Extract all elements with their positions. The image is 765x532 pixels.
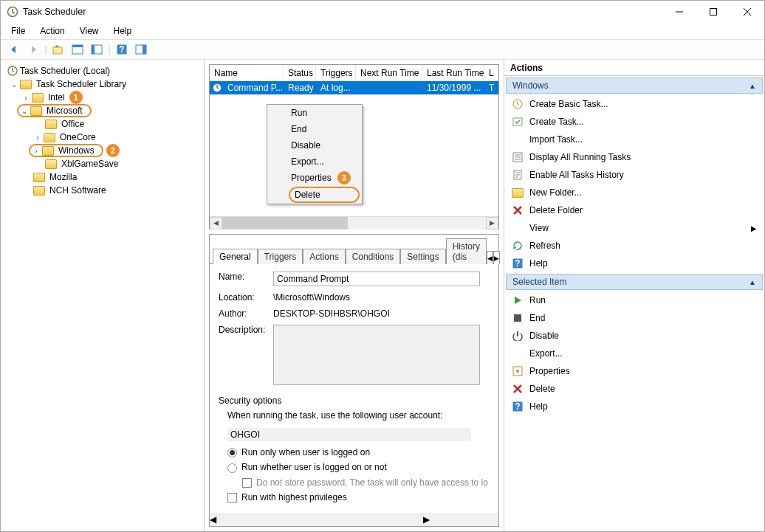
list-icon	[512, 151, 524, 163]
tab-general[interactable]: General	[213, 249, 258, 264]
action-display-all[interactable]: Display All Running Tasks	[504, 148, 764, 166]
chk-highest[interactable]: Run with highest privileges	[219, 492, 490, 502]
disable-icon	[512, 330, 524, 342]
back-button[interactable]	[5, 41, 23, 58]
actions-section-selected[interactable]: Selected Item▲	[506, 274, 763, 290]
task-scheduler-window: Task Scheduler File Action View Help | |…	[0, 0, 765, 532]
chk-password[interactable]: Do not store password. The task will onl…	[219, 477, 490, 488]
tree-mozilla[interactable]: Mozilla	[4, 170, 201, 184]
action-help[interactable]: ?Help	[504, 255, 764, 272]
task-row-selected[interactable]: Command P... Ready At log... 11/30/1999 …	[210, 81, 498, 94]
help-icon: ?	[512, 401, 524, 412]
tree-office[interactable]: Office	[4, 117, 201, 131]
col-triggers[interactable]: Triggers	[316, 65, 356, 80]
action-new-folder[interactable]: New Folder...	[504, 184, 764, 201]
action-view[interactable]: View▶	[504, 219, 764, 237]
clock-icon	[7, 6, 18, 18]
scroll-left-icon[interactable]: ◀	[210, 217, 222, 229]
action-create-basic[interactable]: Create Basic Task...	[504, 95, 764, 113]
history-icon	[512, 169, 524, 181]
svg-text:?: ?	[515, 258, 520, 269]
tree-root[interactable]: Task Scheduler (Local)	[4, 64, 201, 77]
svg-text:?: ?	[515, 401, 520, 412]
action-help2[interactable]: ?Help	[504, 398, 764, 415]
tab-conditions[interactable]: Conditions	[346, 249, 401, 264]
task-icon	[512, 98, 524, 110]
tree-intel[interactable]: ›Intel1	[4, 91, 201, 104]
menu-help[interactable]: Help	[108, 24, 138, 38]
location-value: \Microsoft\Windows	[273, 292, 350, 303]
task-hscroll[interactable]: ◀ ▶	[210, 216, 498, 229]
cm-properties[interactable]: Properties3	[287, 170, 362, 186]
tab-actions[interactable]: Actions	[303, 249, 345, 264]
name-input[interactable]: Command Prompt	[273, 272, 480, 286]
close-button[interactable]	[730, 1, 764, 23]
cm-end[interactable]: End	[287, 121, 362, 137]
actions-section-windows[interactable]: Windows▲	[506, 77, 763, 94]
col-nextrun[interactable]: Next Run Time	[356, 65, 422, 80]
menu-view[interactable]: View	[74, 24, 105, 38]
folder-icon	[44, 133, 55, 142]
action-disable[interactable]: Disable	[504, 327, 764, 345]
tree-library[interactable]: ⌄Task Scheduler Library	[4, 77, 201, 91]
col-last[interactable]: L	[484, 65, 498, 80]
maximize-button[interactable]	[696, 1, 730, 23]
action-end[interactable]: End	[504, 309, 764, 327]
tab-settings[interactable]: Settings	[400, 249, 445, 264]
col-lastrun[interactable]: Last Run Time	[422, 65, 484, 80]
scroll-thumb[interactable]	[222, 217, 348, 229]
action-delete[interactable]: Delete	[504, 380, 764, 398]
cm-run[interactable]: Run	[287, 105, 362, 121]
action-refresh[interactable]: Refresh	[504, 237, 764, 255]
svg-rect-19	[514, 314, 521, 322]
location-label: Location:	[219, 292, 273, 303]
help-button[interactable]: ?	[113, 41, 131, 58]
general-tab-body: Name:Command Prompt Location:\Microsoft\…	[210, 263, 498, 514]
titlebar: Task Scheduler	[1, 1, 764, 23]
cm-delete[interactable]: Delete	[289, 187, 360, 203]
tree-nch[interactable]: NCH Software	[4, 184, 201, 197]
action-properties[interactable]: Properties	[504, 362, 764, 380]
col-name[interactable]: Name	[210, 65, 284, 80]
minimize-button[interactable]	[662, 1, 696, 23]
action-delete-folder[interactable]: Delete Folder	[504, 201, 764, 219]
task-list: Name Status Triggers Next Run Time Last …	[209, 64, 499, 229]
security-text: When running the task, use the following…	[219, 410, 490, 421]
scroll-right-icon[interactable]: ▶	[486, 217, 498, 229]
up-button[interactable]	[49, 41, 67, 58]
action-run[interactable]: Run	[504, 291, 764, 309]
details-hscroll[interactable]: ◀ ▶	[210, 514, 498, 526]
view-button-2[interactable]	[88, 41, 106, 58]
tab-scroll-right[interactable]: ▶	[493, 251, 500, 264]
svg-rect-10	[143, 45, 146, 54]
cm-export[interactable]: Export...	[287, 153, 362, 170]
svg-rect-1	[710, 9, 717, 15]
folder-icon	[45, 120, 57, 129]
radio-logged-on[interactable]: Run only when user is logged on	[219, 447, 490, 457]
col-status[interactable]: Status	[284, 65, 316, 80]
radio-whether[interactable]: Run whether user is logged on or not	[219, 462, 490, 472]
tab-scroll-left[interactable]: ◀	[487, 251, 493, 264]
action-enable-history[interactable]: Enable All Tasks History	[504, 166, 764, 184]
tab-history[interactable]: History (dis	[446, 238, 487, 264]
scroll-left-icon[interactable]: ◀	[210, 514, 216, 526]
action-create-task[interactable]: Create Task...	[504, 113, 764, 131]
tab-triggers[interactable]: Triggers	[258, 249, 303, 264]
cm-disable[interactable]: Disable	[287, 137, 362, 153]
menu-file[interactable]: File	[5, 24, 31, 38]
tree-onecore[interactable]: ›OneCore	[4, 131, 201, 144]
forward-button[interactable]	[24, 41, 42, 58]
tree-xblgamesave[interactable]: XblGameSave	[4, 157, 201, 170]
view-button-3[interactable]	[132, 41, 150, 58]
menu-action[interactable]: Action	[34, 24, 70, 38]
action-export[interactable]: Export...	[504, 345, 764, 362]
tree-windows[interactable]: ›Windows	[29, 144, 103, 157]
help-icon: ?	[512, 258, 524, 269]
folder-icon	[45, 159, 57, 169]
view-button-1[interactable]	[69, 41, 86, 58]
tree-microsoft[interactable]: ⌄Microsoft	[17, 104, 92, 117]
scroll-right-icon[interactable]: ▶	[423, 514, 430, 526]
desc-textarea[interactable]	[273, 325, 480, 385]
action-import-task[interactable]: Import Task...	[504, 131, 764, 148]
svg-rect-2	[53, 47, 62, 54]
